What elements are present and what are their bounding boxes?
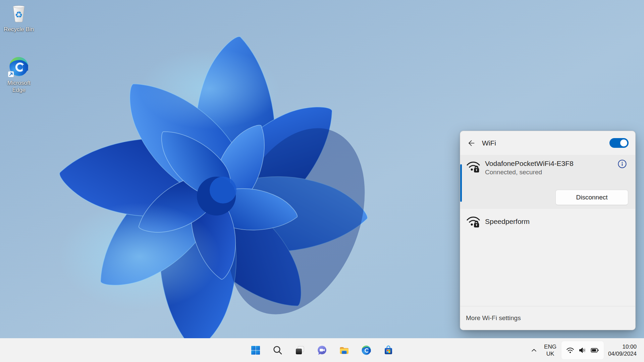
taskbar-start-button[interactable] <box>250 345 261 356</box>
desktop-icon-microsoft-edge[interactable]: Microsoft Edge <box>2 56 36 94</box>
clock[interactable]: 10:00 04/09/2024 <box>608 343 637 357</box>
network-name: Speedperform <box>485 217 530 226</box>
desktop-icon-label: Recycle Bin <box>4 26 34 33</box>
volume-icon <box>578 346 587 355</box>
network-properties-button[interactable] <box>617 159 627 169</box>
desktop-icon-recycle-bin[interactable]: ♻ Recycle Bin <box>2 3 36 33</box>
disconnect-button[interactable]: Disconnect <box>555 190 628 205</box>
taskbar-search-button[interactable] <box>272 345 283 356</box>
language-indicator[interactable]: ENG UK <box>544 343 556 357</box>
network-item-connected[interactable]: VodafonePocketWiFi4-E3F8 Connected, secu… <box>460 155 635 209</box>
taskbar-task-view-button[interactable] <box>294 345 306 356</box>
taskbar-tray: ENG UK <box>529 338 637 362</box>
wifi-flyout-panel: WiFi VodafonePocketWiFi4-E3F8 Connected,… <box>460 131 636 330</box>
store-icon <box>383 345 394 356</box>
task-view-icon <box>294 345 305 356</box>
panel-title: WiFi <box>482 139 496 147</box>
desktop-icon-label: Microsoft Edge <box>2 79 36 94</box>
battery-icon <box>591 346 599 355</box>
more-wifi-settings-link[interactable]: More Wi-Fi settings <box>460 306 635 330</box>
toggle-knob <box>620 139 627 146</box>
network-name: VodafonePocketWiFi4-E3F8 <box>485 159 574 168</box>
taskbar-store-button[interactable] <box>383 345 394 356</box>
clock-date: 04/09/2024 <box>608 350 637 357</box>
edge-icon <box>361 345 372 356</box>
taskbar-center-icons <box>250 345 394 356</box>
wifi-icon <box>566 346 575 355</box>
network-status: Connected, secured <box>485 168 574 176</box>
language-line-2: UK <box>544 350 556 357</box>
language-line-1: ENG <box>544 343 556 350</box>
chat-icon <box>317 345 327 356</box>
footer-label: More Wi-Fi settings <box>466 314 521 322</box>
start-icon <box>250 345 261 356</box>
taskbar-file-explorer-button[interactable] <box>338 345 350 356</box>
chevron-up-icon <box>530 346 538 354</box>
taskbar-chat-button[interactable] <box>316 345 328 356</box>
search-icon <box>272 345 283 356</box>
back-arrow-icon <box>466 138 476 148</box>
selection-accent-bar <box>460 164 462 202</box>
edge-icon <box>8 56 30 78</box>
desktop: ♻ Recycle Bin Microsoft Edge WiFi <box>0 0 644 362</box>
file-explorer-icon <box>339 345 350 356</box>
info-icon <box>617 159 627 169</box>
back-button[interactable] <box>466 138 476 148</box>
tray-expand-button[interactable] <box>529 345 539 356</box>
wifi-secured-icon <box>466 159 481 174</box>
wifi-secured-icon <box>466 214 481 229</box>
clock-time: 10:00 <box>608 343 637 350</box>
quick-settings-button[interactable] <box>561 341 604 360</box>
recycle-bin-icon: ♻ <box>8 3 29 24</box>
wifi-toggle[interactable] <box>609 138 629 148</box>
wifi-panel-header: WiFi <box>460 131 635 155</box>
taskbar: ENG UK <box>0 338 644 362</box>
svg-text:♻: ♻ <box>15 10 22 20</box>
network-item-speedperform[interactable]: Speedperform <box>460 209 635 234</box>
taskbar-edge-button[interactable] <box>361 345 372 356</box>
